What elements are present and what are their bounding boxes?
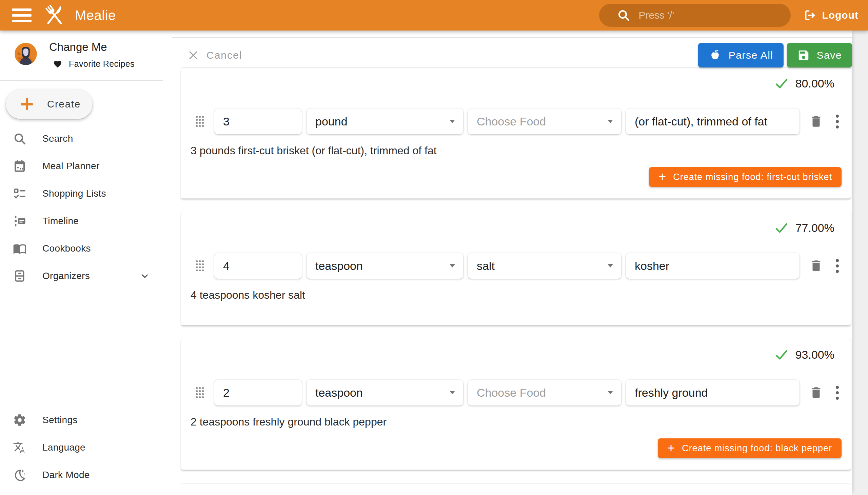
global-search[interactable] [599, 4, 791, 27]
unit-select[interactable]: teaspoon [307, 253, 463, 279]
save-button[interactable]: Save [787, 43, 852, 67]
original-ingredient-text: 3 pounds first-cut brisket (or flat-cut)… [190, 144, 846, 157]
ingredient-card-2: 77.00% teaspoon salt 4 teaspoo [181, 212, 851, 325]
dropdown-arrow-icon [608, 264, 613, 268]
search-icon [617, 8, 630, 22]
kebab-menu-icon[interactable] [833, 259, 841, 273]
ingredient-fields: pound Choose Food [186, 108, 846, 134]
dropdown-arrow-icon [449, 120, 455, 123]
moon-icon [13, 468, 27, 482]
sidebar-item-organizers[interactable]: Organizers [0, 262, 163, 290]
section-divider [172, 37, 852, 38]
search-input[interactable] [639, 10, 767, 21]
sidebar-item-cookbooks[interactable]: Cookbooks [0, 235, 163, 262]
trash-icon[interactable] [809, 114, 823, 129]
cabinet-icon [13, 269, 27, 283]
checklist-icon [13, 187, 27, 200]
note-input[interactable] [626, 380, 800, 406]
top-navbar: Mealie Logout [0, 0, 868, 31]
note-input[interactable] [626, 253, 800, 279]
mealie-logo-icon [42, 2, 67, 28]
sidebar-item-search[interactable]: Search [0, 125, 163, 152]
favorites-label: Favorite Recipes [69, 59, 135, 69]
sidebar-item-settings[interactable]: Settings [0, 406, 163, 433]
heart-icon [53, 60, 62, 68]
drag-handle-icon[interactable] [196, 116, 205, 127]
confidence-row: 93.00% [186, 348, 846, 361]
unit-select[interactable]: teaspoon [307, 380, 463, 406]
confidence-row: 77.00% [186, 221, 846, 235]
sidebar-item-meal-planner[interactable]: Meal Planner [0, 152, 163, 180]
check-icon [775, 221, 789, 235]
logout-icon [804, 9, 816, 22]
scroll-gutter [852, 31, 868, 495]
close-icon [187, 50, 199, 61]
timeline-icon [13, 214, 27, 228]
sidebar-divider [0, 80, 163, 81]
menu-icon[interactable] [12, 8, 32, 22]
dropdown-arrow-icon [608, 120, 613, 123]
quantity-input[interactable] [214, 380, 302, 406]
check-icon [775, 347, 789, 362]
unit-select[interactable]: pound [307, 108, 463, 134]
book-open-icon [13, 242, 27, 255]
sidebar-item-dark-mode[interactable]: Dark Mode [0, 461, 163, 489]
sidebar: Change Me Favorite Recipes Create Search [0, 31, 163, 495]
food-select[interactable]: Choose Food [468, 108, 621, 134]
original-ingredient-text: 4 teaspoons kosher salt [190, 289, 846, 302]
avatar [15, 43, 37, 65]
plus-icon [21, 98, 33, 110]
check-icon [775, 76, 789, 90]
confidence-value: 93.00% [796, 348, 834, 361]
note-input[interactable] [626, 108, 800, 134]
cancel-button[interactable]: Cancel [187, 50, 242, 61]
trash-icon[interactable] [809, 258, 823, 274]
kebab-menu-icon[interactable] [833, 386, 841, 400]
confidence-value: 77.00% [796, 221, 834, 235]
ingredient-card-1: 80.00% pound Choose Food 3 pou [181, 67, 851, 199]
user-profile[interactable]: Change Me Favorite Recipes [0, 31, 163, 80]
confidence-row: 80.00% [186, 76, 846, 90]
chevron-down-icon [139, 270, 151, 282]
food-select[interactable]: salt [468, 253, 621, 279]
trash-icon[interactable] [809, 385, 823, 400]
create-missing-food-button[interactable]: + Create missing food: black pepper [658, 438, 841, 458]
app-title: Mealie [75, 8, 116, 23]
ingredient-parser-panel: Cancel Parse All Save [163, 31, 852, 495]
original-ingredient-text: 2 teaspoons freshly ground black pepper [190, 416, 846, 428]
save-icon [797, 49, 810, 62]
dropdown-arrow-icon [449, 391, 455, 394]
drag-handle-icon[interactable] [196, 260, 205, 271]
dropdown-arrow-icon [608, 391, 613, 394]
gear-icon [13, 413, 27, 427]
kebab-menu-icon[interactable] [833, 115, 841, 129]
favorite-recipes-link[interactable]: Favorite Recipes [53, 59, 135, 69]
parse-all-button[interactable]: Parse All [698, 43, 784, 67]
dropdown-arrow-icon [449, 264, 455, 268]
drag-handle-icon[interactable] [196, 387, 205, 398]
logout-label: Logout [822, 10, 858, 21]
create-missing-food-button[interactable]: + Create missing food: first-cut brisket [649, 167, 841, 187]
sidebar-item-language[interactable]: Language [0, 433, 163, 461]
create-button[interactable]: Create [6, 89, 92, 119]
food-select[interactable]: Choose Food [468, 380, 621, 406]
ingredient-fields: teaspoon Choose Food [186, 380, 846, 406]
ingredient-fields: teaspoon salt [186, 253, 846, 279]
quantity-input[interactable] [214, 253, 302, 279]
logout-button[interactable]: Logout [804, 9, 858, 22]
sidebar-item-timeline[interactable]: Timeline [0, 207, 163, 235]
apple-icon [708, 49, 722, 62]
translate-icon [13, 441, 27, 454]
calendar-icon [13, 159, 27, 173]
magnify-icon [13, 132, 27, 146]
ingredient-card-4-partial [181, 483, 851, 492]
sidebar-item-shopping-lists[interactable]: Shopping Lists [0, 180, 163, 207]
sidebar-nav: Search Meal Planner Shopping Lists [0, 125, 163, 290]
main-content: Cancel Parse All Save [163, 31, 868, 495]
user-name: Change Me [49, 41, 107, 54]
sidebar-bottom-nav: Settings Language Dark Mode [0, 406, 163, 489]
parser-toolbar: Cancel Parse All Save [163, 43, 852, 67]
ingredient-card-3: 93.00% teaspoon Choose Food 2 [181, 339, 851, 470]
confidence-value: 80.00% [796, 77, 834, 90]
quantity-input[interactable] [214, 108, 302, 134]
